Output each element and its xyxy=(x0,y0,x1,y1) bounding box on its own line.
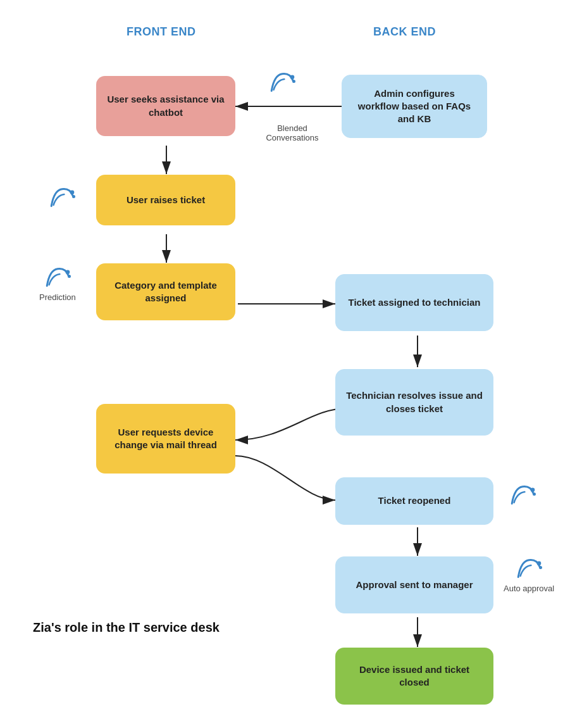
svg-point-9 xyxy=(290,75,295,79)
svg-point-17 xyxy=(537,561,542,565)
blended-conversations-label: Blended Conversations xyxy=(261,123,324,142)
user-seeks-box: User seeks assistance via chatbot xyxy=(96,76,235,136)
svg-point-10 xyxy=(292,80,295,83)
prediction-label: Prediction xyxy=(39,292,76,302)
zia-logo-prediction: Prediction xyxy=(39,265,76,302)
auto-approval-label: Auto approval xyxy=(504,584,554,593)
zia-logo-top xyxy=(266,70,299,96)
svg-point-13 xyxy=(66,270,70,274)
user-raises-box: User raises ticket xyxy=(96,175,235,225)
arrows-svg xyxy=(0,0,582,728)
user-requests-box: User requests device change via mail thr… xyxy=(96,404,235,474)
svg-point-11 xyxy=(70,190,75,194)
zia-logo-auto-approval: Auto approval xyxy=(504,556,554,593)
approval-sent-box: Approval sent to manager xyxy=(335,556,493,613)
category-template-box: Category and template assigned xyxy=(96,263,235,320)
svg-point-15 xyxy=(531,487,535,492)
footer-label: Zia's role in the IT service desk xyxy=(33,620,248,635)
technician-resolves-box: Technician resolves issue and closes tic… xyxy=(335,369,493,436)
front-end-header: FRONT END xyxy=(127,25,196,39)
zia-logo-ticket-reopened xyxy=(506,482,539,509)
device-issued-box: Device issued and ticket closed xyxy=(335,648,493,705)
ticket-reopened-box: Ticket reopened xyxy=(335,477,493,525)
svg-point-16 xyxy=(533,493,536,496)
svg-point-14 xyxy=(68,275,71,278)
admin-configures-box: Admin configures workflow based on FAQs … xyxy=(342,75,487,138)
zia-logo-user-raises xyxy=(46,185,78,211)
back-end-header: BACK END xyxy=(373,25,436,39)
svg-point-18 xyxy=(539,566,542,569)
ticket-assigned-box: Ticket assigned to technician xyxy=(335,274,493,331)
svg-point-12 xyxy=(72,195,75,198)
diagram-container: FRONT END BACK END User seeks assist xyxy=(0,0,582,728)
